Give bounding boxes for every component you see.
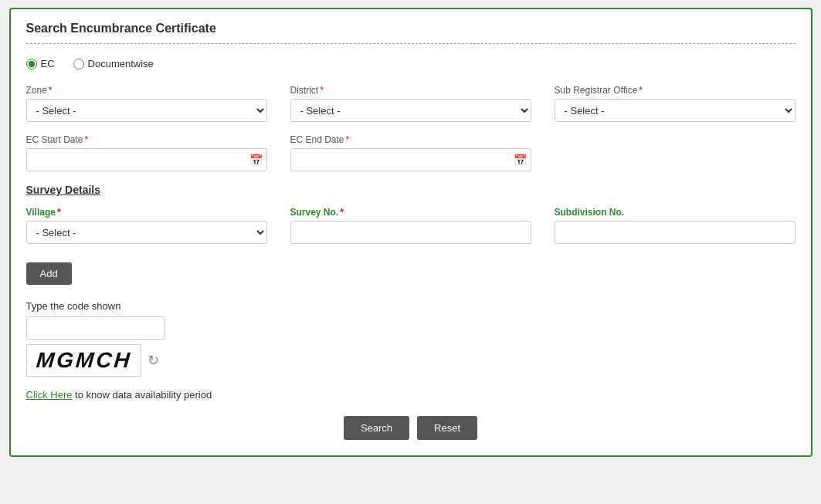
radio-ec-label: EC bbox=[41, 58, 55, 69]
ec-end-date-wrapper: 📅 bbox=[290, 148, 531, 171]
zone-select[interactable]: - Select - bbox=[26, 99, 267, 122]
search-type-radio-group: EC Documentwise bbox=[26, 58, 796, 69]
ec-end-date-input[interactable] bbox=[290, 148, 531, 171]
sro-select[interactable]: - Select - bbox=[555, 99, 796, 122]
radio-documentwise-label: Documentwise bbox=[88, 58, 154, 69]
survey-no-label: Survey No.* bbox=[290, 207, 531, 218]
add-button[interactable]: Add bbox=[26, 262, 72, 285]
radio-documentwise-option[interactable]: Documentwise bbox=[73, 58, 154, 69]
captcha-section: Type the code shown MGMCH ↻ bbox=[26, 300, 796, 377]
page-title: Search Encumbrance Certificate bbox=[26, 22, 796, 44]
ec-end-date-label: EC End Date* bbox=[290, 134, 531, 145]
click-here-link[interactable]: Click Here bbox=[26, 389, 73, 401]
district-label: District* bbox=[290, 85, 531, 96]
sro-group: Sub Registrar Office* - Select - bbox=[555, 85, 796, 122]
village-required: * bbox=[57, 207, 61, 218]
survey-no-required: * bbox=[340, 207, 344, 218]
radio-ec-option[interactable]: EC bbox=[26, 58, 55, 69]
refresh-icon[interactable]: ↻ bbox=[148, 352, 159, 369]
ec-start-date-required: * bbox=[85, 134, 89, 145]
ec-start-date-group: EC Start Date* 📅 bbox=[26, 134, 267, 171]
main-form-container: Search Encumbrance Certificate EC Docume… bbox=[9, 8, 813, 457]
subdivision-no-label: Subdivision No. bbox=[555, 207, 796, 218]
row-zone-district-sro: Zone* - Select - District* - Select - Su… bbox=[26, 85, 796, 122]
survey-no-group: Survey No.* bbox=[290, 207, 531, 244]
radio-ec-input[interactable] bbox=[26, 59, 37, 69]
zone-group: Zone* - Select - bbox=[26, 85, 267, 122]
ec-start-date-wrapper: 📅 bbox=[26, 148, 267, 171]
captcha-image-row: MGMCH ↻ bbox=[26, 344, 796, 377]
zone-required: * bbox=[49, 85, 53, 96]
survey-no-input[interactable] bbox=[290, 221, 531, 244]
row-dates: EC Start Date* 📅 EC End Date* 📅 bbox=[26, 134, 796, 171]
district-group: District* - Select - bbox=[290, 85, 531, 122]
captcha-image: MGMCH bbox=[26, 344, 142, 377]
subdivision-no-input[interactable] bbox=[555, 221, 796, 244]
ec-end-date-group: EC End Date* 📅 bbox=[290, 134, 531, 171]
subdivision-no-group: Subdivision No. bbox=[555, 207, 796, 244]
click-here-description: to know data availability period bbox=[72, 389, 212, 401]
captcha-text: MGMCH bbox=[35, 348, 133, 373]
ec-start-date-input[interactable] bbox=[26, 148, 267, 171]
zone-label: Zone* bbox=[26, 85, 267, 96]
village-label: Village* bbox=[26, 207, 267, 218]
village-group: Village* - Select - bbox=[26, 207, 267, 244]
click-here-row: Click Here to know data availability per… bbox=[26, 389, 796, 401]
district-select[interactable]: - Select - bbox=[290, 99, 531, 122]
village-select[interactable]: - Select - bbox=[26, 221, 267, 244]
search-button[interactable]: Search bbox=[344, 416, 409, 440]
ec-end-date-required: * bbox=[346, 134, 350, 145]
district-required: * bbox=[320, 85, 324, 96]
action-buttons: Search Reset bbox=[26, 416, 796, 440]
ec-start-date-label: EC Start Date* bbox=[26, 134, 267, 145]
radio-documentwise-input[interactable] bbox=[73, 59, 84, 69]
reset-button[interactable]: Reset bbox=[417, 416, 477, 440]
sro-label: Sub Registrar Office* bbox=[555, 85, 796, 96]
captcha-input[interactable] bbox=[26, 316, 165, 340]
sro-required: * bbox=[639, 85, 643, 96]
survey-details-title: Survey Details bbox=[26, 184, 796, 196]
captcha-label: Type the code shown bbox=[26, 300, 796, 312]
row-survey: Village* - Select - Survey No.* Subdivis… bbox=[26, 207, 796, 244]
